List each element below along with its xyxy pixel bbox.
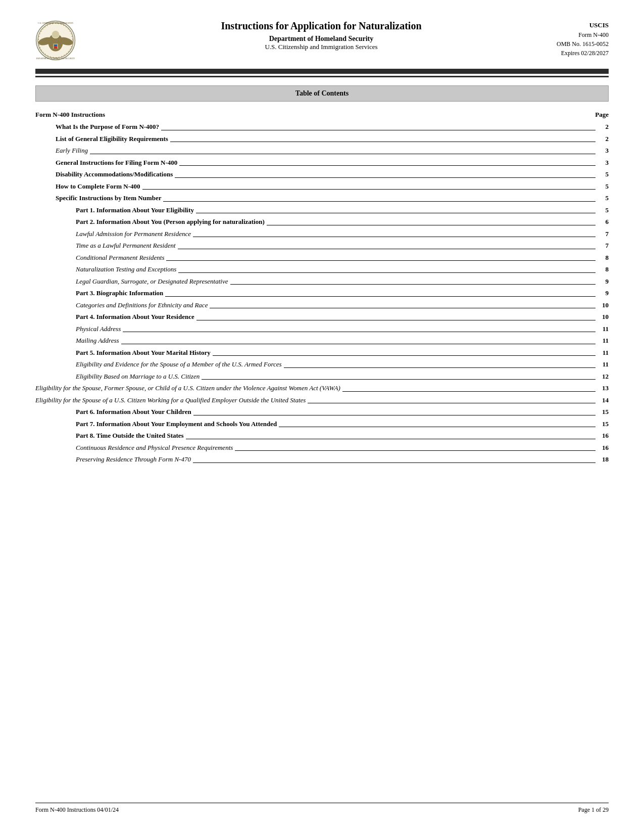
toc-entry: Physical Address11 [35,324,609,334]
toc-entry: What Is the Purpose of Form N-400?2 [35,122,609,132]
toc-entry-text: Part 6. Information About Your Children [76,407,191,417]
toc-entry-dots [175,177,596,178]
toc-entry: Part 3. Biographic Information9 [35,288,609,298]
page: DEPARTMENT OF HOMELAND SECURITY U.S. CIT… [0,0,644,834]
toc-entry-text: Eligibility and Evidence for the Spouse … [76,359,282,369]
toc-entry-text: Continuous Residence and Physical Presen… [76,443,233,453]
toc-entry-page: 5 [598,193,609,203]
toc-entry-dots [142,189,596,190]
toc-entry-text: Part 3. Biographic Information [76,288,163,298]
toc-entry-text: Eligibility Based on Marriage to a U.S. … [76,372,200,382]
toc-entry-text: Physical Address [76,324,121,334]
agency-abbr: USCIS [557,20,609,30]
toc-entry: Part 2. Information About You (Person ap… [35,217,609,227]
toc-entry-page: 2 [598,122,609,132]
svg-text:U.S. CITIZENSHIP AND IMMIGRATI: U.S. CITIZENSHIP AND IMMIGRATION [38,22,73,24]
toc-entry-dots [202,379,596,380]
toc-entry-text: Part 5. Information About Your Marital H… [76,348,211,358]
header: DEPARTMENT OF HOMELAND SECURITY U.S. CIT… [35,20,609,61]
expiry-date: Expires 02/28/2027 [557,49,609,58]
toc-entry-text: Part 4. Information About Your Residence [76,312,194,322]
footer-left: Form N-400 Instructions 04/01/24 [35,806,119,814]
toc-entry-page: 10 [598,312,609,322]
toc-entry-dots [193,237,596,237]
toc-entry-dots [210,308,596,308]
toc-entry-page: 6 [598,217,609,227]
toc-entry: Early Filing3 [35,146,609,156]
toc-entry-text: Lawful Admission for Permanent Residence [76,229,191,239]
toc-entry-page: 3 [598,158,609,168]
toc-entry: Specific Instructions by Item Number5 [35,193,609,203]
toc-entry: Preserving Residence Through Form N-4701… [35,454,609,465]
toc-entry: Eligibility Based on Marriage to a U.S. … [35,372,609,382]
toc-entry: Conditional Permanent Residents8 [35,253,609,263]
toc-entry: Eligibility for the Spouse of a U.S. Cit… [35,395,609,405]
toc-entry-dots [123,332,596,332]
toc-entry: Naturalization Testing and Exceptions8 [35,264,609,274]
toc-entry: Part 8. Time Outside the United States16 [35,431,609,441]
toc-entry-text: Legal Guardian, Surrogate, or Designated… [76,276,228,287]
toc-entry-page: 14 [598,395,609,405]
toc-entry: Part 6. Information About Your Children1… [35,407,609,417]
toc-entry-page: 8 [598,253,609,263]
toc-entry-page: 15 [598,419,609,429]
toc-entry-text: Early Filing [56,146,88,156]
toc-entry-text: Part 1. Information About Your Eligibili… [76,205,194,215]
footer: Form N-400 Instructions 04/01/24 Page 1 … [35,803,609,814]
toc-entry-dots [163,201,596,202]
toc-entry-dots [308,403,596,403]
toc-entry-dots [284,367,596,368]
toc-entry-dots [166,260,596,261]
page-title: Instructions for Application for Natural… [86,20,557,32]
agency-name: U.S. Citizenship and Immigration Service… [86,43,557,51]
toc-entry-dots [196,320,596,320]
toc-entry: How to Complete Form N-4005 [35,181,609,192]
toc-entry-dots [279,427,596,427]
toc-entry-text: General Instructions for Filing Form N-4… [56,158,177,168]
toc-entry: Continuous Residence and Physical Presen… [35,443,609,453]
toc-entry-page: 12 [598,372,609,382]
toc-entry-dots [170,142,596,142]
toc-entry: Part 4. Information About Your Residence… [35,312,609,322]
toc-section-page: Page [595,111,609,119]
toc-entry-page: 15 [598,407,609,417]
svg-text:DEPARTMENT OF HOMELAND SECURIT: DEPARTMENT OF HOMELAND SECURITY [36,57,75,60]
toc-entry-dots [193,415,596,415]
toc-entry-page: 8 [598,264,609,274]
toc-entry-dots [186,439,596,439]
footer-right: Page 1 of 29 [578,806,609,814]
toc-entry-page: 11 [598,336,609,346]
toc-entry-text: Part 8. Time Outside the United States [76,431,184,441]
toc-entry-page: 11 [598,324,609,334]
toc-entry-dots [230,284,596,285]
toc-entry-text: Categories and Definitions for Ethnicity… [76,300,208,310]
toc-entry-text: Eligibility for the Spouse of a U.S. Cit… [35,395,306,405]
toc-entry-dots [90,154,596,154]
header-center: Instructions for Application for Natural… [86,20,557,51]
toc-entry-text: Eligibility for the Spouse, Former Spous… [35,383,340,393]
svg-rect-13 [54,46,57,49]
toc-entry-dots [342,391,596,392]
toc-entry-page: 18 [598,454,609,465]
toc-entry: Part 5. Information About Your Marital H… [35,348,609,358]
toc-entry-text: What Is the Purpose of Form N-400? [56,122,159,132]
toc-entry-text: Disability Accommodations/Modifications [56,169,173,179]
toc-entry-page: 5 [598,169,609,179]
toc-entry-page: 5 [598,181,609,192]
toc-entry-page: 11 [598,348,609,358]
toc-entry: General Instructions for Filing Form N-4… [35,158,609,168]
toc-entry: Mailing Address11 [35,336,609,346]
toc-entry-text: List of General Eligibility Requirements [56,134,168,144]
toc-section-header: Form N-400 Instructions Page [35,111,609,119]
toc-entry-page: 3 [598,146,609,156]
toc-entry: Part 7. Information About Your Employmen… [35,419,609,429]
toc-entry-dots [213,355,596,356]
toc-entry-text: Conditional Permanent Residents [76,253,164,263]
toc-entry: Lawful Admission for Permanent Residence… [35,229,609,239]
form-number: Form N-400 [557,30,609,39]
omb-number: OMB No. 1615-0052 [557,39,609,49]
toc-entry-page: 16 [598,443,609,453]
toc-entry-text: Part 2. Information About You (Person ap… [76,217,265,227]
toc-entry-page: 7 [598,241,609,251]
header-bar-thin [35,76,609,77]
